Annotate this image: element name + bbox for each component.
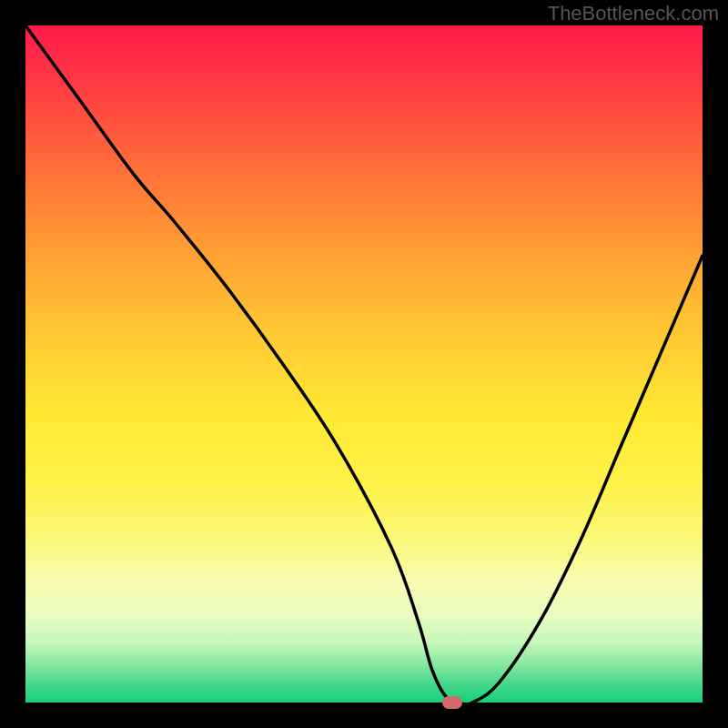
watermark-text: TheBottleneck.com — [548, 2, 719, 25]
minimum-point-marker — [442, 696, 462, 709]
chart-container: TheBottleneck.com — [0, 0, 728, 728]
bottleneck-curve-path — [25, 25, 703, 703]
bottleneck-curve-svg — [25, 25, 703, 703]
